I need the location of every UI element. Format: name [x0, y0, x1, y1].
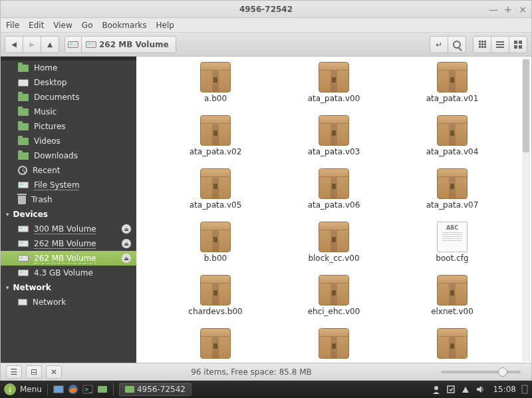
sidebar-item-videos[interactable]: Videos	[1, 134, 136, 148]
scrollbar-thumb[interactable]	[523, 59, 529, 152]
sidebar-item-recent[interactable]: Recent	[1, 163, 136, 178]
zoom-slider[interactable]	[441, 371, 521, 373]
sidebar-device-item[interactable]: 262 MB Volume⏏	[1, 236, 136, 251]
sidebar-item-label: Downloads	[34, 151, 78, 160]
sidebar-item-label: Videos	[34, 136, 61, 146]
sidebar-item-label: 4.3 GB Volume	[34, 268, 93, 278]
sidebar-device-item[interactable]: 4.3 GB Volume	[1, 266, 136, 280]
nav-back-button[interactable]	[5, 36, 23, 53]
menu-view[interactable]: View	[53, 21, 72, 30]
window-close-button[interactable]: ×	[518, 5, 527, 14]
trash-icon	[18, 196, 26, 204]
user-icon[interactable]	[432, 385, 441, 394]
window-maximize-button[interactable]: +	[503, 5, 513, 14]
location-crumb[interactable]: 262 MB Volume	[82, 36, 176, 53]
file-item[interactable]: a.b00	[156, 62, 275, 115]
nav-forward-button[interactable]	[23, 36, 41, 53]
location-root-button[interactable]	[65, 36, 82, 53]
archive-icon	[319, 62, 349, 93]
sidebar-item-label: Trash	[31, 195, 53, 204]
archive-icon	[437, 168, 467, 199]
menu-button-label[interactable]: Menu	[20, 385, 42, 394]
file-item[interactable]: ata_pata.v01	[393, 62, 511, 115]
panel-settings-icon[interactable]	[521, 385, 528, 394]
archive-icon	[200, 115, 231, 146]
files-launcher[interactable]	[97, 384, 108, 395]
file-item[interactable]	[156, 328, 275, 363]
archive-icon	[319, 275, 349, 305]
menu-edit[interactable]: Edit	[29, 21, 44, 30]
mint-menu-icon[interactable]: ⋮	[4, 383, 16, 395]
archive-icon	[437, 62, 467, 93]
show-tree-button[interactable]: ⊟	[26, 365, 42, 379]
file-item[interactable]	[393, 328, 511, 363]
file-item[interactable]: ata_pata.v07	[393, 168, 511, 222]
view-icons-button[interactable]	[473, 36, 491, 53]
file-view[interactable]: a.b00ata_pata.v00ata_pata.v01ata_pata.v0…	[136, 57, 531, 363]
archive-icon	[437, 275, 467, 305]
update-icon[interactable]	[446, 385, 456, 394]
drive-icon	[86, 41, 96, 48]
sidebar-device-item[interactable]: 262 MB Volume⏏	[1, 251, 136, 266]
view-compact-button[interactable]	[509, 36, 527, 53]
menu-go[interactable]: Go	[82, 21, 93, 30]
sidebar-item-file system[interactable]: File System	[1, 178, 136, 192]
toggle-location-entry-button[interactable]: ↵	[430, 36, 448, 53]
volume-icon[interactable]	[475, 385, 485, 394]
sidebar-item-documents[interactable]: Documents	[1, 90, 136, 104]
sidebar-item-home[interactable]: Home	[1, 61, 136, 75]
network-tray-icon[interactable]	[461, 385, 470, 394]
search-button[interactable]	[448, 36, 466, 53]
show-desktop-button[interactable]	[53, 384, 64, 395]
file-item[interactable]: ata_pata.v06	[275, 168, 393, 222]
eject-button[interactable]: ⏏	[122, 254, 131, 263]
firefox-launcher[interactable]	[68, 384, 78, 395]
sidebar-devices-header[interactable]: Devices	[1, 207, 136, 222]
sidebar-network-header[interactable]: Network	[1, 280, 136, 295]
archive-icon	[319, 168, 349, 199]
terminal-launcher[interactable]: >_	[82, 384, 93, 395]
menu-bookmarks[interactable]: Bookmarks	[102, 21, 146, 30]
file-item[interactable]: ata_pata.v00	[275, 62, 393, 115]
file-item[interactable]: b.b00	[156, 222, 275, 275]
file-label: ata_pata.v00	[308, 94, 360, 103]
sidebar-network-item[interactable]: Network	[1, 295, 136, 309]
file-item[interactable]: chardevs.b00	[156, 275, 275, 328]
close-sidebar-button[interactable]: ✕	[46, 365, 62, 379]
file-item[interactable]: ABCboot.cfg	[393, 222, 511, 275]
menu-help[interactable]: Help	[156, 21, 174, 30]
sidebar-item-label: File System	[34, 180, 80, 190]
sidebar-item-music[interactable]: Music	[1, 104, 136, 119]
sidebar-header-label: Devices	[13, 210, 48, 219]
view-list-button[interactable]	[491, 36, 509, 53]
file-item[interactable]: block_cc.v00	[275, 222, 393, 275]
vertical-scrollbar[interactable]	[522, 58, 530, 361]
file-item[interactable]: ata_pata.v05	[156, 168, 275, 222]
archive-icon	[200, 62, 231, 93]
sidebar-item-pictures[interactable]: Pictures	[1, 119, 136, 134]
file-item[interactable]: ehci_ehc.v00	[275, 275, 393, 328]
file-item[interactable]: ata_pata.v04	[393, 115, 511, 168]
sidebar-item-desktop[interactable]: Desktop	[1, 75, 136, 90]
taskbar-window-button[interactable]: 4956-72542	[119, 383, 192, 396]
file-item[interactable]	[275, 328, 393, 363]
show-places-button[interactable]: ☰	[6, 365, 22, 379]
file-item[interactable]: ata_pata.v02	[156, 115, 275, 168]
clock[interactable]: 15:08	[493, 385, 516, 394]
file-item[interactable]: ata_pata.v03	[275, 115, 393, 168]
sidebar-item-label: 300 MB Volume	[34, 224, 96, 234]
eject-button[interactable]: ⏏	[122, 224, 131, 234]
window-minimize-button[interactable]: —	[489, 5, 498, 14]
folder-icon	[125, 386, 134, 393]
archive-icon	[319, 328, 349, 359]
sidebar-item-label: Music	[34, 107, 57, 116]
sidebar-device-item[interactable]: 300 MB Volume⏏	[1, 222, 136, 236]
sidebar-item-trash[interactable]: Trash	[1, 192, 136, 207]
menu-file[interactable]: File	[6, 21, 19, 30]
drive-icon	[18, 240, 29, 247]
folder-icon	[18, 123, 29, 130]
sidebar-item-downloads[interactable]: Downloads	[1, 148, 136, 163]
eject-button[interactable]: ⏏	[122, 239, 131, 248]
file-item[interactable]: elxnet.v00	[393, 275, 511, 328]
nav-up-button[interactable]	[41, 36, 59, 53]
